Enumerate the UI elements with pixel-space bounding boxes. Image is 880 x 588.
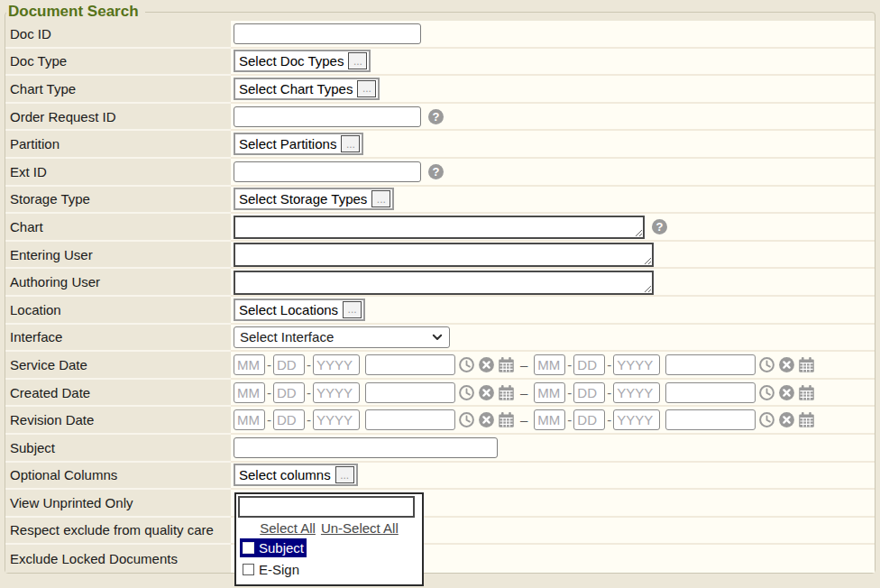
dd-input[interactable] (573, 354, 605, 375)
calendar-icon[interactable] (798, 411, 815, 428)
mm-input[interactable] (234, 409, 265, 430)
yyyy-input[interactable] (613, 409, 660, 430)
time-input[interactable] (665, 409, 756, 430)
partition-ellipsis-button[interactable]: ... (341, 135, 360, 152)
row-service-date: Service Date -- –-- (5, 352, 875, 380)
help-icon[interactable]: ? (652, 219, 667, 234)
location-picker-text: Select Locations (239, 302, 338, 317)
interface-select-value: Select Interface (240, 329, 334, 345)
row-partition: Partition Select Partitions ... (5, 131, 875, 159)
clock-icon[interactable] (758, 411, 775, 428)
clear-icon[interactable] (778, 411, 795, 428)
row-doc-type: Doc Type Select Doc Types ... (5, 49, 875, 77)
clear-icon[interactable] (478, 356, 495, 373)
partition-label: Partition (5, 131, 231, 159)
calendar-icon[interactable] (498, 356, 515, 373)
yyyy-input[interactable] (313, 382, 360, 403)
mm-input[interactable] (234, 354, 265, 375)
from-date-group: -- (234, 409, 515, 430)
range-dash: – (520, 357, 527, 372)
chart-type-picker[interactable]: Select Chart Types ... (234, 78, 380, 100)
popup-item-subject[interactable]: Subject (236, 537, 422, 559)
columns-popup-search-input[interactable] (238, 496, 415, 518)
calendar-icon[interactable] (798, 384, 815, 401)
location-picker[interactable]: Select Locations ... (234, 299, 365, 321)
interface-label: Interface (5, 325, 231, 353)
range-dash: – (520, 385, 527, 400)
yyyy-input[interactable] (313, 409, 360, 430)
doc-id-input[interactable] (234, 23, 421, 44)
row-optional-columns: Optional Columns Select columns ... (5, 463, 875, 491)
dd-input[interactable] (273, 382, 305, 403)
clock-icon[interactable] (458, 384, 475, 401)
yyyy-input[interactable] (313, 354, 360, 375)
clock-icon[interactable] (458, 411, 475, 428)
dd-input[interactable] (273, 354, 305, 375)
date-separator: - (567, 385, 572, 400)
storage-type-picker-text: Select Storage Types (239, 191, 367, 207)
mm-input[interactable] (534, 409, 565, 430)
storage-type-ellipsis-button[interactable]: ... (371, 190, 390, 207)
yyyy-input[interactable] (613, 354, 660, 375)
clock-icon[interactable] (758, 384, 775, 401)
row-exclude-locked: Exclude Locked Documents (5, 545, 875, 573)
checkbox-icon[interactable] (243, 542, 254, 554)
ext-id-label: Ext ID (5, 159, 231, 187)
select-all-link[interactable]: Select All (260, 520, 316, 536)
storage-type-picker[interactable]: Select Storage Types ... (234, 188, 394, 210)
dd-input[interactable] (573, 409, 605, 430)
mm-input[interactable] (534, 354, 565, 375)
interface-select[interactable]: Select Interface (234, 326, 450, 348)
clear-icon[interactable] (778, 384, 795, 401)
mm-input[interactable] (234, 382, 265, 403)
help-icon[interactable]: ? (428, 164, 444, 179)
row-respect-exclude: Respect exclude from quality care (5, 518, 875, 546)
columns-popup-links: Select AllUn-Select All (236, 519, 422, 537)
time-input[interactable] (365, 354, 455, 375)
time-input[interactable] (665, 354, 756, 375)
calendar-icon[interactable] (498, 384, 515, 401)
time-input[interactable] (665, 382, 756, 403)
clear-icon[interactable] (478, 411, 495, 428)
popup-item-label: E-Sign (259, 562, 299, 577)
clear-icon[interactable] (478, 384, 495, 401)
doc-type-ellipsis-button[interactable]: ... (348, 52, 367, 69)
dd-input[interactable] (573, 382, 605, 403)
doc-type-picker[interactable]: Select Doc Types ... (234, 50, 371, 72)
clear-icon[interactable] (778, 356, 795, 373)
clock-icon[interactable] (458, 356, 475, 373)
clock-icon[interactable] (758, 356, 775, 373)
service-date-label: Service Date (5, 352, 231, 380)
order-request-id-input[interactable] (234, 106, 421, 127)
row-interface: Interface Select Interface (5, 325, 875, 353)
unselect-all-link[interactable]: Un-Select All (321, 520, 399, 536)
row-view-unprinted-only: View Unprinted Only (5, 490, 875, 518)
partition-picker[interactable]: Select Partitions ... (234, 133, 363, 155)
popup-item-esign[interactable]: E-Sign (236, 559, 422, 581)
row-location: Location Select Locations ... (5, 297, 875, 325)
chart-textarea[interactable] (234, 216, 645, 239)
authoring-user-textarea[interactable] (234, 271, 654, 295)
subject-input[interactable] (234, 437, 498, 458)
calendar-icon[interactable] (498, 411, 515, 428)
mm-input[interactable] (534, 382, 565, 403)
checkbox-icon[interactable] (243, 564, 254, 575)
dd-input[interactable] (273, 409, 305, 430)
optional-columns-ellipsis-button[interactable]: ... (335, 466, 354, 483)
optional-columns-picker[interactable]: Select columns ... (234, 464, 358, 486)
calendar-icon[interactable] (798, 356, 815, 373)
help-icon[interactable]: ? (428, 109, 444, 124)
time-input[interactable] (365, 409, 455, 430)
location-label: Location (5, 297, 231, 325)
time-input[interactable] (365, 382, 455, 403)
row-authoring-user: Authoring User (5, 269, 875, 297)
row-chart-type: Chart Type Select Chart Types ... (5, 76, 875, 104)
chart-type-ellipsis-button[interactable]: ... (357, 80, 376, 97)
entering-user-textarea[interactable] (234, 243, 654, 267)
row-doc-id: Doc ID (5, 21, 875, 49)
yyyy-input[interactable] (613, 382, 660, 403)
date-separator: - (307, 412, 311, 427)
location-ellipsis-button[interactable]: ... (343, 301, 362, 318)
created-date-range: -- –-- (231, 380, 875, 408)
ext-id-input[interactable] (234, 161, 421, 182)
